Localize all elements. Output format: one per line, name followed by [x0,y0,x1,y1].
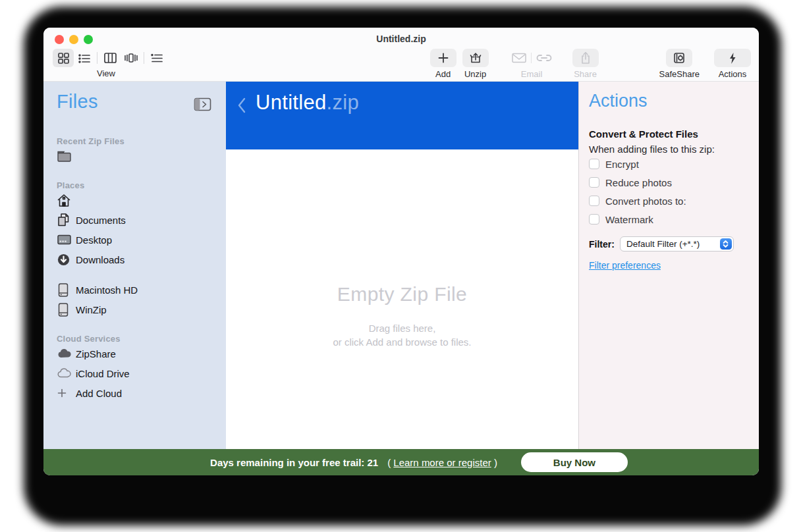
winzip-window: Untitled.zip [43,28,759,475]
unzip-button[interactable]: Unzip [462,49,489,79]
safe-icon [673,51,686,65]
empty-state-title: Empty Zip File [226,283,578,306]
sidebar-item-documents[interactable]: Documents [57,210,226,230]
empty-hint-line1: Drag files here, [226,321,578,335]
view-outline-button[interactable] [146,49,167,67]
zip-content-pane: Untitled.zip Empty Zip File Drag files h… [226,82,578,449]
window-title: Untitled.zip [43,34,759,44]
content-area: Files Recent Zip Files [43,82,759,449]
zip-title-name: Untitled [256,91,327,114]
sidebar-spacer [57,269,226,280]
sidebar-item-downloads[interactable]: Downloads [57,250,226,269]
hard-drive-icon [57,282,72,298]
sidebar-item-label: ZipShare [76,348,116,359]
paren-open: ( [387,457,393,468]
buy-now-button[interactable]: Buy Now [521,452,628,472]
reduce-photos-checkbox[interactable] [589,177,599,188]
filter-dropdown-value: Default Filter (+*.*) [626,239,700,249]
folder-icon [57,150,72,163]
sidebar-item-label: Desktop [76,234,112,246]
actions-button[interactable]: Actions [714,49,751,79]
sidebar-item-icloud-drive[interactable]: iCloud Drive [57,363,226,383]
watermark-checkbox[interactable] [589,214,599,225]
actions-button-label: Actions [719,69,747,79]
filter-preferences-link[interactable]: Filter preferences [589,260,661,271]
lightning-icon [727,52,738,65]
cloud-filled-icon [57,348,72,359]
filter-row: Filter: Default Filter (+*.*) [589,236,750,252]
outline-view-icon [150,52,163,64]
view-mode-group [53,49,167,67]
back-button[interactable] [236,96,247,115]
places-header: Places [57,180,226,190]
sidebar-item-label: Macintosh HD [76,284,138,296]
paren-close: ) [491,457,497,468]
zip-drop-area[interactable]: Empty Zip File Drag files here, or click… [226,149,578,449]
sidebar-collapse-button[interactable] [194,97,211,111]
sidebar-item-label: Documents [76,215,126,226]
share-icon [580,51,592,65]
plus-icon [437,52,449,64]
unzip-box-icon [469,51,482,65]
titlebar: Untitled.zip [43,28,759,82]
link-icon [536,53,553,63]
sidebar-item-add-cloud[interactable]: Add Cloud [57,383,226,403]
convert-photos-checkbox[interactable] [589,196,599,206]
learn-more-link[interactable]: Learn more or register [393,457,491,468]
add-button[interactable]: Add [430,49,456,79]
view-group-divider [97,52,97,64]
view-grid-button[interactable] [53,49,74,67]
sidebar-item-label: WinZip [76,304,107,315]
home-icon [57,194,72,207]
sidebar-item-home[interactable] [57,190,226,210]
downloads-icon [57,253,72,267]
sidebar-item-label: iCloud Drive [76,368,130,379]
dropdown-stepper-icon [720,238,732,250]
email-button[interactable]: Email [505,49,559,79]
columns-view-icon [103,52,117,64]
cloud-services-header: Cloud Services [57,334,226,344]
filter-dropdown[interactable]: Default Filter (+*.*) [620,236,734,252]
email-divider [531,53,532,63]
safeshare-button-label: SafeShare [659,69,700,79]
convert-protect-subtitle: When adding files to this zip: [589,144,750,155]
convert-photos-option: Convert photos to: [589,192,750,210]
filter-label: Filter: [589,239,615,250]
empty-state: Empty Zip File Drag files here, or click… [226,283,578,349]
sidebar-item-recent-folder[interactable] [57,146,226,166]
actions-panel-title: Actions [589,91,750,111]
trial-link-wrap: ( Learn more or register ) [387,457,497,468]
files-sidebar: Files Recent Zip Files [43,82,226,449]
unzip-button-label: Unzip [464,69,486,79]
list-view-icon [78,52,91,64]
sidebar-item-label: Add Cloud [76,388,122,399]
share-button[interactable]: Share [572,49,599,79]
checkbox-label: Reduce photos [605,177,672,188]
encrypt-checkbox[interactable] [589,159,599,169]
watermark-option: Watermark [589,210,750,228]
cloud-outline-icon [57,368,72,379]
view-list-button[interactable] [74,49,95,67]
safeshare-button[interactable]: SafeShare [659,49,700,79]
view-columns-button[interactable] [99,49,121,67]
sidebar-item-zipshare[interactable]: ZipShare [57,344,226,363]
hard-drive-icon [57,302,72,317]
sidebar-item-desktop[interactable]: Desktop [57,230,226,250]
view-group-divider2 [144,52,144,64]
share-button-label: Share [574,69,597,79]
checkbox-label: Convert photos to: [605,196,686,207]
screenshot-stage: Untitled.zip [0,0,801,532]
documents-icon [57,213,72,227]
reduce-photos-option: Reduce photos [589,173,750,192]
view-coverflow-button[interactable] [121,49,142,67]
sidebar-item-winzip-drive[interactable]: WinZip [57,300,226,319]
zip-title: Untitled.zip [256,91,359,115]
grid-view-icon [57,52,70,65]
sidebar-item-macintosh-hd[interactable]: Macintosh HD [57,280,226,300]
checkbox-label: Encrypt [605,159,639,170]
desktop-icon [57,234,72,246]
sidebar-toggle-icon [194,97,211,111]
empty-state-hint: Drag files here, or click Add and browse… [226,321,578,349]
view-group-label: View [43,68,169,78]
trial-days-message: Days remaining in your free trail: 21 [210,457,378,468]
